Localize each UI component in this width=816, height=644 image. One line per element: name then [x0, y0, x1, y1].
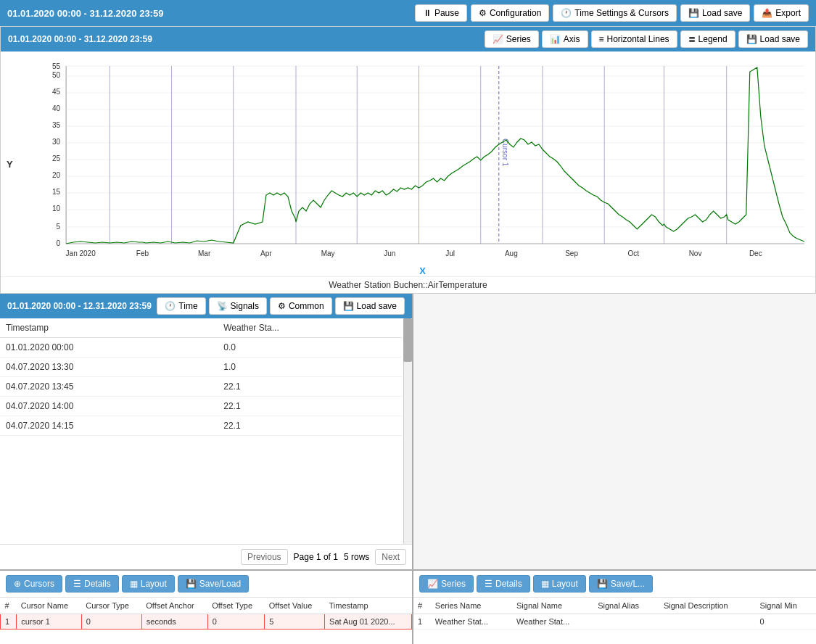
bottom-right: 📈 Series ☰ Details ▦ Layout 💾 Save/L... …: [413, 571, 816, 644]
layout-right-icon: ▦: [541, 579, 549, 589]
chart-load-save-button[interactable]: 💾 Load save: [738, 30, 808, 48]
svg-text:25: 25: [52, 154, 61, 162]
bottom-left-table-container: # Cursor Name Cursor Type Offset Anchor …: [0, 598, 412, 644]
save-load-right-button[interactable]: 💾 Save/L...: [589, 575, 653, 593]
top-date-range: 01.01.2020 00:00 - 31.12.2020 23:59: [7, 8, 163, 19]
left-panel: 01.01.2020 00:00 - 12.31.2020 23:59 🕐 Ti…: [0, 294, 413, 569]
save-load-left-icon: 💾: [186, 579, 197, 589]
cursor-row[interactable]: 1 cursor 1 0 seconds 0 5 Sat Aug 01 2020…: [1, 614, 412, 629]
row-value: 22.1: [218, 397, 402, 416]
next-button[interactable]: Next: [375, 549, 406, 565]
lines-icon: ≡: [599, 34, 604, 44]
chart-toolbar: 01.01.2020 00:00 - 31.12.2020 23:59 📈 Se…: [1, 27, 815, 51]
svg-text:Apr: Apr: [260, 249, 272, 257]
common-button[interactable]: ⚙ Common: [270, 297, 332, 315]
data-table-container[interactable]: Timestamp Weather Sta... 01.01.2020 00:0…: [0, 318, 412, 544]
details-left-button[interactable]: ☰ Details: [65, 575, 119, 593]
axis-button[interactable]: 📊 Axis: [542, 30, 588, 48]
table-row[interactable]: 04.07.2020 13:301.0: [0, 358, 402, 377]
sig-signal-name: Weather Stat...: [512, 614, 593, 629]
signal-row[interactable]: 1 Weather Stat... Weather Stat... 0: [413, 614, 816, 629]
time-icon: 🕐: [165, 301, 176, 311]
main-content: 01.01.2020 00:00 - 12.31.2020 23:59 🕐 Ti…: [0, 294, 816, 569]
scrollbar-thumb[interactable]: [403, 318, 412, 362]
top-bar: 01.01.2020 00:00 - 31.12.2020 23:59 ⏸ Pa…: [0, 0, 816, 26]
layout-right-button[interactable]: ▦ Layout: [533, 575, 586, 593]
sig-alias: [593, 614, 659, 629]
load-save-top-button[interactable]: 💾 Load save: [680, 4, 750, 22]
legend-button[interactable]: ≣ Legend: [680, 30, 735, 48]
cursor-table: # Cursor Name Cursor Type Offset Anchor …: [0, 598, 412, 629]
top-button-group: ⏸ Pause ⚙ Configuration 🕐 Time Settings …: [415, 4, 809, 22]
cursor-anchor: seconds: [141, 614, 207, 629]
sig-col-desc: Signal Description: [659, 598, 756, 614]
export-button[interactable]: 📤 Export: [754, 4, 809, 22]
data-load-save-button[interactable]: 💾 Load save: [335, 297, 405, 315]
gear-icon: ⚙: [479, 8, 487, 18]
row-timestamp: 04.07.2020 14:15: [0, 416, 218, 436]
svg-text:Feb: Feb: [136, 249, 149, 257]
clock-icon: 🕐: [561, 8, 572, 18]
save-load-left-button[interactable]: 💾 Save/Load: [178, 575, 249, 593]
svg-text:Jul: Jul: [445, 249, 455, 257]
legend-icon: ≣: [688, 34, 696, 44]
pause-button[interactable]: ⏸ Pause: [415, 4, 467, 22]
signals-button[interactable]: 📡 Signals: [209, 297, 267, 315]
details-right-button[interactable]: ☰ Details: [477, 575, 530, 593]
sig-series-name: Weather Stat...: [431, 614, 512, 629]
cursors-button[interactable]: ⊕ Cursors: [6, 575, 62, 593]
table-row[interactable]: 04.07.2020 14:1522.1: [0, 416, 402, 436]
sig-min: 0: [756, 614, 817, 629]
col-timestamp: Timestamp: [325, 598, 412, 614]
data-table: Timestamp Weather Sta... 01.01.2020 00:0…: [0, 318, 402, 436]
export-icon: 📤: [762, 8, 772, 18]
cursor-offset-value: 5: [265, 614, 325, 629]
right-panel: [413, 294, 816, 569]
col-cursor-name: Cursor Name: [17, 598, 82, 614]
svg-text:May: May: [321, 249, 335, 257]
scrollbar[interactable]: [403, 318, 412, 544]
sig-col-series: Series Name: [431, 598, 512, 614]
layout-left-button[interactable]: ▦ Layout: [122, 575, 175, 593]
configuration-button[interactable]: ⚙ Configuration: [471, 4, 549, 22]
sig-col-alias: Signal Alias: [593, 598, 659, 614]
chart-container: 01.01.2020 00:00 - 31.12.2020 23:59 📈 Se…: [0, 26, 816, 294]
time-button[interactable]: 🕐 Time: [157, 297, 205, 315]
time-settings-button[interactable]: 🕐 Time Settings & Cursors: [553, 4, 677, 22]
pause-icon: ⏸: [423, 8, 432, 18]
table-row[interactable]: 01.01.2020 00:000.0: [0, 338, 402, 358]
svg-text:Oct: Oct: [628, 249, 640, 257]
svg-text:20: 20: [52, 171, 61, 179]
sig-num: 1: [413, 614, 431, 629]
layout-left-icon: ▦: [130, 579, 138, 589]
chart-area[interactable]: Y 0 5 10 15 20 25 30 35 40 45: [1, 51, 815, 276]
horizontal-lines-button[interactable]: ≡ Horizontal Lines: [591, 30, 677, 48]
svg-text:45: 45: [52, 88, 61, 96]
col-offset-type: Offset Type: [207, 598, 265, 614]
col-offset-anchor: Offset Anchor: [141, 598, 207, 614]
sig-description: [659, 614, 756, 629]
rows-info: 5 rows: [344, 552, 369, 562]
series-right-button[interactable]: 📈 Series: [419, 575, 474, 593]
row-value: 22.1: [218, 416, 402, 436]
svg-text:0: 0: [57, 239, 61, 247]
row-value: 1.0: [218, 358, 402, 377]
row-timestamp: 04.07.2020 13:45: [0, 377, 218, 397]
chart-button-group: 📈 Series 📊 Axis ≡ Horizontal Lines ≣ Leg…: [485, 30, 808, 48]
series-button[interactable]: 📈 Series: [485, 30, 539, 48]
cursor-name: cursor 1: [17, 614, 82, 629]
series-right-icon: 📈: [427, 579, 438, 589]
col-offset-value: Offset Value: [265, 598, 325, 614]
cursor-timestamp: Sat Aug 01 2020...: [325, 614, 412, 629]
svg-text:35: 35: [52, 121, 61, 129]
table-row[interactable]: 04.07.2020 13:4522.1: [0, 377, 402, 397]
row-timestamp: 04.07.2020 13:30: [0, 358, 218, 377]
data-save-icon: 💾: [343, 301, 354, 311]
table-row[interactable]: 04.07.2020 14:0022.1: [0, 397, 402, 416]
svg-text:Mar: Mar: [198, 249, 211, 257]
previous-button[interactable]: Previous: [241, 549, 288, 565]
row-timestamp: 01.01.2020 00:00: [0, 338, 218, 358]
data-panel-date-range: 01.01.2020 00:00 - 12.31.2020 23:59: [7, 301, 152, 311]
cursors-icon: ⊕: [14, 579, 21, 589]
row-value: 0.0: [218, 338, 402, 358]
